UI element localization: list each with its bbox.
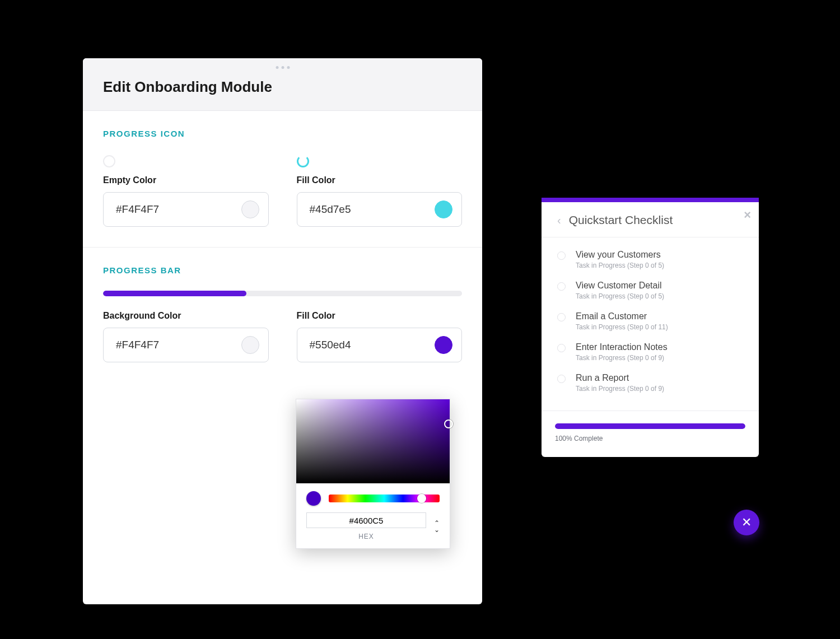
checklist-title: Quickstart Checklist: [569, 213, 673, 227]
checklist-progress-track: [555, 423, 745, 429]
drag-handle-icon[interactable]: [276, 66, 290, 69]
checklist-item[interactable]: Enter Interaction NotesTask in Progress …: [542, 337, 759, 367]
section-progress-bar: PROGRESS BAR Background Color #F4F4F7 Fi…: [83, 248, 482, 383]
color-picker-popover: HEX ⌃ ⌄: [296, 399, 450, 549]
checklist-item-sub: Task in Progress (Step 0 of 9): [576, 385, 664, 393]
checklist-footer: 100% Complete: [542, 411, 759, 457]
progress-bar-preview: [103, 291, 462, 296]
empty-color-swatch[interactable]: [241, 200, 259, 218]
checklist-item-sub: Task in Progress (Step 0 of 5): [576, 292, 664, 300]
section-heading-progress-icon: PROGRESS ICON: [103, 129, 462, 138]
checklist-progress-label: 100% Complete: [555, 435, 745, 442]
color-picker-current-swatch: [306, 491, 321, 506]
bar-fill-color-input[interactable]: #550ed4: [297, 328, 463, 362]
checklist-item-bullet-icon: [557, 313, 566, 321]
checklist-item-title: Enter Interaction Notes: [576, 342, 668, 352]
hue-slider[interactable]: [329, 495, 440, 502]
checklist-item-sub: Task in Progress (Step 0 of 9): [576, 354, 668, 362]
checklist-item[interactable]: View your CustomersTask in Progress (Ste…: [542, 244, 759, 275]
back-button[interactable]: ‹: [557, 214, 561, 227]
background-color-swatch[interactable]: [241, 336, 259, 354]
section-heading-progress-bar: PROGRESS BAR: [103, 265, 462, 275]
empty-color-column: Empty Color #F4F4F7: [103, 155, 269, 227]
fill-color-input[interactable]: #45d7e5: [297, 192, 463, 227]
fill-progress-preview-icon: [297, 155, 309, 167]
color-picker-canvas[interactable]: [296, 399, 450, 483]
bar-fill-color-value: #550ed4: [310, 339, 351, 351]
section-progress-icon: PROGRESS ICON Empty Color #F4F4F7 Fill C…: [83, 111, 482, 248]
fill-color-column: Fill Color #45d7e5: [297, 155, 463, 227]
background-color-label: Background Color: [103, 311, 269, 321]
checklist-item-sub: Task in Progress (Step 0 of 11): [576, 323, 668, 331]
fill-color-swatch[interactable]: [435, 200, 452, 218]
background-color-value: #F4F4F7: [116, 339, 159, 351]
empty-color-input[interactable]: #F4F4F7: [103, 192, 269, 227]
fill-color-label: Fill Color: [297, 175, 463, 185]
empty-color-label: Empty Color: [103, 175, 269, 185]
checklist-header: ‹ Quickstart Checklist ×: [542, 202, 759, 237]
checklist-item[interactable]: View Customer DetailTask in Progress (St…: [542, 275, 759, 306]
checklist-item-bullet-icon: [557, 344, 566, 352]
close-icon: ✕: [741, 515, 752, 530]
checklist-item-bullet-icon: [557, 375, 566, 383]
checklist-item-bullet-icon: [557, 251, 566, 260]
fill-color-value: #45d7e5: [310, 203, 351, 216]
empty-color-value: #F4F4F7: [116, 203, 159, 216]
checklist-card: ‹ Quickstart Checklist × View your Custo…: [542, 198, 759, 457]
checklist-item[interactable]: Email a CustomerTask in Progress (Step 0…: [542, 306, 759, 337]
checklist-item-title: Run a Report: [576, 373, 664, 383]
hex-input[interactable]: [306, 512, 426, 528]
progress-bar-preview-fill: [103, 291, 246, 296]
checklist-progress-fill: [555, 423, 745, 429]
editor-header: Edit Onboarding Module: [83, 58, 482, 111]
checklist-item-sub: Task in Progress (Step 0 of 5): [576, 262, 664, 269]
color-picker-marker[interactable]: [444, 419, 453, 428]
checklist-item-title: View Customer Detail: [576, 281, 664, 291]
chevron-down-icon[interactable]: ⌄: [434, 526, 440, 533]
checklist-item[interactable]: Run a ReportTask in Progress (Step 0 of …: [542, 367, 759, 398]
editor-title: Edit Onboarding Module: [103, 78, 462, 96]
hex-label: HEX: [306, 533, 426, 540]
checklist-item-bullet-icon: [557, 282, 566, 291]
background-color-input[interactable]: #F4F4F7: [103, 328, 269, 362]
close-fab-button[interactable]: ✕: [734, 510, 759, 535]
background-color-column: Background Color #F4F4F7: [103, 311, 269, 362]
bar-fill-color-label: Fill Color: [297, 311, 463, 321]
checklist-item-title: Email a Customer: [576, 311, 668, 321]
hue-slider-thumb[interactable]: [417, 494, 426, 503]
bar-fill-color-swatch[interactable]: [435, 336, 452, 354]
format-stepper[interactable]: ⌃ ⌄: [434, 520, 440, 533]
checklist-item-title: View your Customers: [576, 250, 664, 260]
close-icon[interactable]: ×: [744, 208, 751, 222]
checklist-body: View your CustomersTask in Progress (Ste…: [542, 237, 759, 411]
empty-progress-preview-icon: [103, 155, 115, 167]
bar-fill-color-column: Fill Color #550ed4: [297, 311, 463, 362]
